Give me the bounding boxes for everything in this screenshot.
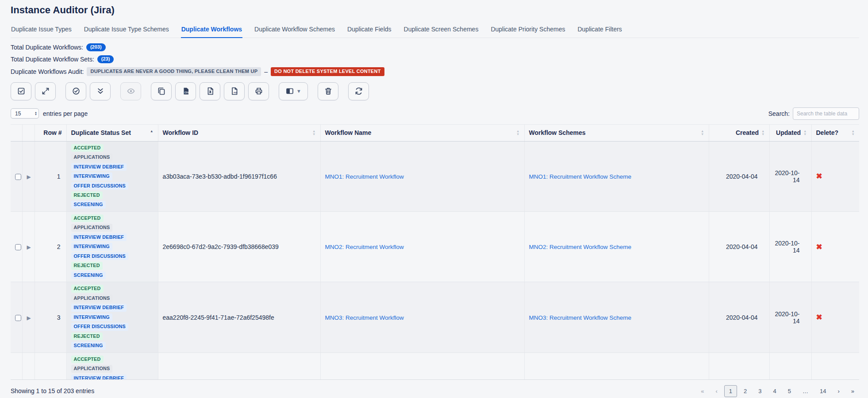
status-badge: REJECTED xyxy=(71,333,103,340)
page-button-3[interactable]: 3 xyxy=(753,385,766,397)
pagination: «‹12345…14›» xyxy=(694,385,859,397)
workflow-scheme-link[interactable]: MNO3: Recruitment Workflow Scheme xyxy=(529,314,632,321)
page-button-5[interactable]: 5 xyxy=(783,385,796,397)
page-button-14[interactable]: 14 xyxy=(815,385,831,397)
updated-cell: 2020-10-14 xyxy=(769,211,811,282)
status-badge: REJECTED xyxy=(71,262,103,269)
select-visible-button[interactable] xyxy=(65,82,86,100)
pagination-next-button[interactable]: › xyxy=(833,385,844,397)
row-number-cell: 4 xyxy=(35,352,66,379)
workflow-id-cell: eaa220f8-2245-9f41-71ae-72a6f25498fe xyxy=(158,282,320,352)
status-badge: SCREENING xyxy=(71,272,106,279)
status-badge: OFFER DISCUSSIONS xyxy=(71,253,128,260)
row-number-cell: 3 xyxy=(35,282,66,352)
created-cell: 2020-04-04 xyxy=(709,282,769,352)
delete-row-button[interactable]: ✖ xyxy=(816,313,822,321)
column-label: Workflow Name xyxy=(325,129,372,136)
copy-icon xyxy=(157,87,166,96)
workflow-name-link[interactable]: MNO2: Recruitment Workflow xyxy=(325,244,404,250)
column-header-workflow-name[interactable]: Workflow Name▲▼ xyxy=(320,124,524,141)
column-header-row: Row # xyxy=(35,124,66,141)
pagination-last-button[interactable]: » xyxy=(846,385,859,397)
workflow-name-link[interactable]: MNO1: Recruitment Workflow xyxy=(325,173,404,180)
page-title: Instance Auditor (Jira) xyxy=(11,4,859,16)
column-header-workflow-id[interactable]: Workflow ID▲▼ xyxy=(158,124,320,141)
total-workflow-sets-count-badge: (23) xyxy=(97,55,114,63)
column-header-created[interactable]: Created▲▼ xyxy=(709,124,769,141)
page-button-2[interactable]: 2 xyxy=(739,385,752,397)
row-checkbox[interactable] xyxy=(15,244,21,250)
page-button-1[interactable]: 1 xyxy=(724,385,737,397)
total-workflow-sets-label: Total Duplicate Workflow Sets: xyxy=(11,56,94,63)
table-row: ▶3ACCEPTEDAPPLICATIONSINTERVIEW DEBRIEFI… xyxy=(11,282,859,352)
expand-rows-button[interactable] xyxy=(35,82,56,100)
expand-row-button[interactable]: ▶ xyxy=(27,174,31,180)
collapse-all-button[interactable] xyxy=(90,82,111,100)
entries-per-page-label: entries per page xyxy=(43,110,88,117)
column-label: Workflow Schemes xyxy=(529,129,586,136)
status-badge: APPLICATIONS xyxy=(71,295,113,302)
column-header-updated[interactable]: Updated▲▼ xyxy=(769,124,811,141)
duplicate-status-set-cell: ACCEPTEDAPPLICATIONSINTERVIEW DEBRIEFINT… xyxy=(66,282,158,352)
column-label: Updated xyxy=(776,129,801,136)
workflow-id-cell: a3b03aca-73e3-b530-adbd-1f96197f1c66 xyxy=(158,141,320,211)
delete-selected-button[interactable] xyxy=(318,82,338,100)
column-header-duplicate-status-set[interactable]: Duplicate Status Set▲▼ xyxy=(66,124,158,141)
page-size-value: 15 xyxy=(15,111,21,117)
print-button[interactable] xyxy=(248,82,269,100)
column-header-select xyxy=(11,124,22,141)
column-header-delete[interactable]: Delete?▲▼ xyxy=(811,124,859,141)
status-badge: INTERVIEWING xyxy=(71,243,112,250)
tab-duplicate-workflow-schemes[interactable]: Duplicate Workflow Schemes xyxy=(254,24,335,38)
row-checkbox[interactable] xyxy=(15,174,21,180)
tab-duplicate-issue-types[interactable]: Duplicate Issue Types xyxy=(11,24,72,38)
search-input[interactable] xyxy=(793,107,859,120)
delete-row-button[interactable]: ✖ xyxy=(816,243,822,251)
summary-section: Total Duplicate Workflows: (203) Total D… xyxy=(11,43,859,76)
preview-button xyxy=(120,82,141,100)
updated-cell: 2020-10-14 xyxy=(769,282,811,352)
row-checkbox[interactable] xyxy=(15,315,21,321)
copy-button[interactable] xyxy=(151,82,172,100)
delete-row-button[interactable]: ✖ xyxy=(816,172,822,180)
select-all-button[interactable] xyxy=(11,82,31,100)
duplicate-status-set-cell: ACCEPTEDAPPLICATIONSINTERVIEW DEBRIEFINT… xyxy=(66,352,158,379)
svg-text:CSV: CSV xyxy=(184,92,189,94)
sort-icon: ▲▼ xyxy=(761,130,764,136)
audit-separator: – xyxy=(264,68,268,75)
workflow-scheme-link[interactable]: MNO2: Recruitment Workflow Scheme xyxy=(529,244,632,250)
export-pdf-button[interactable]: PDF xyxy=(224,82,245,100)
workflow-id-cell: 2e6698c0-67d2-9a2c-7939-dfb38668e039 xyxy=(158,211,320,282)
refresh-button[interactable] xyxy=(348,82,369,100)
expand-row-button[interactable]: ▶ xyxy=(27,315,31,321)
column-header-workflow-schemes[interactable]: Workflow Schemes▲▼ xyxy=(524,124,709,141)
tab-duplicate-issue-type-schemes[interactable]: Duplicate Issue Type Schemes xyxy=(84,24,169,38)
tab-duplicate-workflows[interactable]: Duplicate Workflows xyxy=(181,24,242,38)
tab-duplicate-filters[interactable]: Duplicate Filters xyxy=(577,24,622,38)
created-cell: 2020-04-04 xyxy=(709,141,769,211)
tab-duplicate-priority-schemes[interactable]: Duplicate Priority Schemes xyxy=(490,24,565,38)
export-csv-button[interactable]: CSV xyxy=(175,82,196,100)
created-cell: 2020-04-04 xyxy=(709,211,769,282)
workflow-scheme-link[interactable]: MNO1: Recruitment Workflow Scheme xyxy=(529,173,632,180)
column-header-expand xyxy=(22,124,35,141)
pagination-previous-button: ‹ xyxy=(711,385,722,397)
workflow-name-link[interactable]: MNO3: Recruitment Workflow xyxy=(325,314,404,321)
page-button-4[interactable]: 4 xyxy=(768,385,781,397)
status-badge: INTERVIEW DEBRIEF xyxy=(71,375,127,380)
trash-icon xyxy=(324,87,333,96)
status-badge: APPLICATIONS xyxy=(71,365,113,372)
expand-row-button[interactable]: ▶ xyxy=(27,244,31,250)
status-badge: APPLICATIONS xyxy=(71,224,113,231)
tab-duplicate-screen-schemes[interactable]: Duplicate Screen Schemes xyxy=(403,24,479,38)
sort-icon: ▲▼ xyxy=(701,130,704,136)
export-excel-button[interactable] xyxy=(200,82,220,100)
sort-icon: ▲▼ xyxy=(312,130,315,136)
column-label: Duplicate Status Set xyxy=(71,129,131,136)
column-visibility-button[interactable]: ▼ xyxy=(279,82,308,100)
sort-icon: ▲▼ xyxy=(516,130,519,136)
page-size-select[interactable]: 15 ▲▼ xyxy=(11,108,39,119)
checkbox-icon xyxy=(17,87,26,96)
tab-duplicate-fields[interactable]: Duplicate Fields xyxy=(347,24,392,38)
column-label: Created xyxy=(736,129,759,136)
